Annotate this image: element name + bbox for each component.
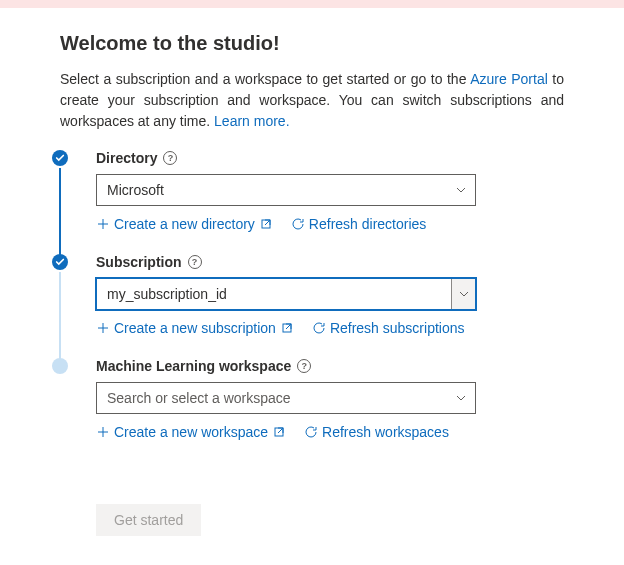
directory-actions: Create a new directory Refresh directori… [96,216,564,232]
help-icon[interactable]: ? [297,359,311,373]
refresh-subscriptions-link[interactable]: Refresh subscriptions [312,320,465,336]
refresh-icon [304,425,318,439]
help-icon[interactable]: ? [163,151,177,165]
get-started-button[interactable]: Get started [96,504,201,536]
workspace-select[interactable] [96,382,476,414]
external-link-icon [280,321,294,335]
directory-input[interactable] [96,174,476,206]
refresh-directories-text: Refresh directories [309,216,427,232]
steps-list: Directory ? Create a new directory Refre… [60,150,564,536]
check-icon [52,150,68,166]
directory-label: Directory ? [96,150,564,166]
workspace-label: Machine Learning workspace ? [96,358,564,374]
step-connector [59,272,61,362]
workspace-actions: Create a new workspace Refresh workspace… [96,424,564,440]
directory-label-text: Directory [96,150,157,166]
refresh-icon [312,321,326,335]
directory-select[interactable] [96,174,476,206]
intro-text: Select a subscription and a workspace to… [60,69,564,132]
page-title: Welcome to the studio! [60,32,564,55]
plus-icon [96,321,110,335]
help-icon[interactable]: ? [188,255,202,269]
workspace-input[interactable] [96,382,476,414]
refresh-icon [291,217,305,231]
subscription-label-text: Subscription [96,254,182,270]
refresh-subscriptions-text: Refresh subscriptions [330,320,465,336]
create-workspace-text: Create a new workspace [114,424,268,440]
subscription-label: Subscription ? [96,254,564,270]
subscription-select[interactable] [96,278,476,310]
plus-icon [96,217,110,231]
create-subscription-link[interactable]: Create a new subscription [96,320,294,336]
create-directory-link[interactable]: Create a new directory [96,216,273,232]
workspace-label-text: Machine Learning workspace [96,358,291,374]
step-connector [59,168,61,258]
create-directory-text: Create a new directory [114,216,255,232]
pending-step-icon [52,358,68,374]
refresh-workspaces-link[interactable]: Refresh workspaces [304,424,449,440]
external-link-icon [259,217,273,231]
refresh-workspaces-text: Refresh workspaces [322,424,449,440]
refresh-directories-link[interactable]: Refresh directories [291,216,427,232]
button-row: Get started [60,504,564,536]
step-subscription: Subscription ? Create a new subscription… [60,254,564,360]
step-directory: Directory ? Create a new directory Refre… [60,150,564,256]
create-workspace-link[interactable]: Create a new workspace [96,424,286,440]
external-link-icon [272,425,286,439]
plus-icon [96,425,110,439]
top-accent-bar [0,0,624,8]
azure-portal-link[interactable]: Azure Portal [470,71,548,87]
create-subscription-text: Create a new subscription [114,320,276,336]
check-icon [52,254,68,270]
step-workspace: Machine Learning workspace ? Create a ne… [60,358,564,464]
subscription-actions: Create a new subscription Refresh subscr… [96,320,564,336]
intro-part1: Select a subscription and a workspace to… [60,71,470,87]
main-container: Welcome to the studio! Select a subscrip… [0,8,624,565]
subscription-input[interactable] [96,278,476,310]
learn-more-link[interactable]: Learn more. [214,113,289,129]
